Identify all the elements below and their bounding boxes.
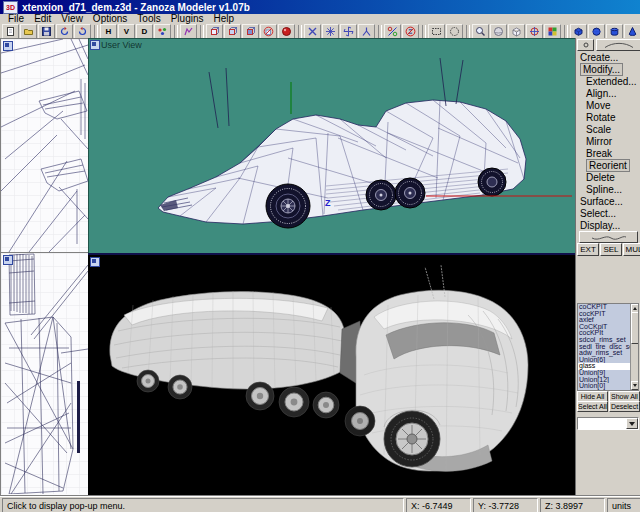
command-menu-item[interactable]: Display... (576, 219, 640, 231)
object-list-row[interactable]: Union[9] (578, 370, 630, 377)
palette-box-icon[interactable] (544, 24, 561, 39)
x-tool-icon[interactable] (304, 24, 321, 39)
star-tool-icon[interactable] (322, 24, 339, 39)
marquee-rect-icon[interactable] (428, 24, 445, 39)
command-menu-item[interactable]: Reorient (576, 159, 640, 171)
menu-item[interactable]: Options (88, 14, 132, 24)
object-list-row[interactable]: Union[0] (578, 383, 630, 390)
rgb-dots-icon[interactable] (154, 24, 171, 39)
v-toggle-button[interactable]: V (118, 24, 135, 39)
deselect-button[interactable]: Deselect (609, 401, 640, 412)
panel-options-button[interactable] (577, 39, 594, 51)
object-list-row[interactable]: Union[12] (578, 377, 630, 384)
gray-sphere-icon[interactable] (490, 24, 507, 39)
toolbar-separator (200, 25, 204, 38)
command-menu-item[interactable]: Delete (576, 171, 640, 183)
command-menu-item[interactable]: Scale (576, 123, 640, 135)
toolbar-separator (466, 25, 470, 38)
viewport-icon[interactable] (3, 41, 13, 51)
new-page-icon[interactable] (2, 24, 19, 39)
curve-mode-button[interactable] (596, 39, 640, 51)
object-list-scrollbar[interactable] (630, 304, 638, 390)
menu-item[interactable]: File (3, 14, 29, 24)
status-bar: Click to display pop-up menu. X: -6.7449… (0, 495, 640, 512)
object-list-row[interactable]: sdcol_rims_set (578, 337, 630, 344)
viewport-icon[interactable] (90, 40, 100, 50)
menu-item[interactable]: Edit (29, 14, 56, 24)
curve-button-bottom[interactable] (579, 231, 638, 243)
command-menu-item[interactable]: Modify... (576, 63, 640, 75)
primitive-cylinder-icon[interactable] (606, 24, 623, 39)
menu-item[interactable]: Plugins (166, 14, 209, 24)
save-floppy-icon[interactable] (38, 24, 55, 39)
object-list-row[interactable]: sedl_tire_disc_set (578, 344, 630, 351)
zoom-icon[interactable] (472, 24, 489, 39)
target-icon[interactable] (526, 24, 543, 39)
command-menu-item[interactable]: Rotate (576, 111, 640, 123)
object-list-row[interactable]: glass (578, 363, 630, 370)
left-bottom-wireframe-view[interactable] (0, 252, 89, 497)
wireframe-truck-drawing (88, 38, 575, 253)
menu-item[interactable]: View (56, 14, 88, 24)
marquee-circle-icon[interactable] (446, 24, 463, 39)
viewport-icon[interactable] (90, 257, 100, 267)
list-button-row-2: Select All Deselect (577, 401, 640, 412)
primitive-cube-icon[interactable] (570, 24, 587, 39)
title-bar[interactable]: 3D xtenxion_d71_dem.z3d - Zanoza Modeler… (0, 0, 640, 14)
open-folder-icon[interactable] (20, 24, 37, 39)
toolbar-separator (174, 25, 178, 38)
units-indicator: units (607, 498, 640, 512)
command-menu-item[interactable]: Extended... (576, 75, 640, 87)
d-toggle-button[interactable]: D (136, 24, 153, 39)
command-menu-item[interactable]: Move (576, 99, 640, 111)
object-list-row[interactable]: cocKPIT (578, 311, 630, 318)
cursor-x-coordinate: X: -6.7449 (406, 498, 471, 512)
command-menu-item[interactable]: Select... (576, 207, 640, 219)
mid-wheel-2 (395, 178, 425, 208)
primitive-sphere-icon[interactable] (588, 24, 605, 39)
perspective-viewport[interactable] (88, 253, 575, 497)
command-menu-item[interactable]: Surface... (576, 195, 640, 207)
primitive-cone-icon[interactable] (624, 24, 640, 39)
percent-icon[interactable] (384, 24, 401, 39)
mode-button[interactable]: MUL (623, 243, 640, 256)
command-menu-item[interactable]: Align... (576, 87, 640, 99)
layer-dropdown[interactable] (577, 417, 639, 430)
mode-button[interactable]: EXT (577, 243, 599, 256)
command-menu-item[interactable]: Create... (576, 51, 640, 63)
mode-button[interactable]: SEL (600, 243, 622, 256)
object-list-row[interactable]: Union[6] (578, 357, 630, 364)
object-list-row[interactable]: adw_rims_set (578, 350, 630, 357)
export-arrow-icon[interactable] (74, 24, 91, 39)
object-list-row[interactable]: CoCKpiT (578, 324, 630, 331)
mid-wheel-1 (366, 180, 396, 210)
h-toggle-button[interactable]: H (100, 24, 117, 39)
select-all-button[interactable]: Select All (577, 401, 608, 412)
left-top-wireframe-view[interactable] (0, 38, 89, 254)
crossed-cube-icon[interactable] (260, 24, 277, 39)
object-list-row[interactable]: coCKPIT (578, 304, 630, 311)
import-arrow-icon[interactable] (56, 24, 73, 39)
pinwheel-tool-icon[interactable] (340, 24, 357, 39)
lasso-icon[interactable] (180, 24, 197, 39)
front-wheel (384, 411, 440, 467)
shaded-cube-icon[interactable] (224, 24, 241, 39)
dropdown-arrow-icon[interactable] (626, 418, 638, 429)
scrollbar-thumb[interactable] (631, 312, 639, 344)
user-viewport[interactable]: User View (88, 38, 575, 253)
wire-cube-icon[interactable] (206, 24, 223, 39)
command-menu-item[interactable]: Break (576, 147, 640, 159)
object-list-row[interactable]: axlef (578, 317, 630, 324)
textured-cube-icon[interactable] (242, 24, 259, 39)
scroll-down-arrow-icon[interactable] (631, 381, 639, 390)
menu-item[interactable]: Help (209, 14, 240, 24)
tripod-tool-icon[interactable] (358, 24, 375, 39)
command-menu-item[interactable]: Spline... (576, 183, 640, 195)
menu-item[interactable]: Tools (132, 14, 165, 24)
box-outline-icon[interactable] (508, 24, 525, 39)
viewport-icon[interactable] (3, 255, 13, 265)
no-z-icon[interactable] (402, 24, 419, 39)
object-list-row[interactable]: cocKPIt (578, 330, 630, 337)
red-sphere-icon[interactable] (278, 24, 295, 39)
command-menu-item[interactable]: Mirror (576, 135, 640, 147)
